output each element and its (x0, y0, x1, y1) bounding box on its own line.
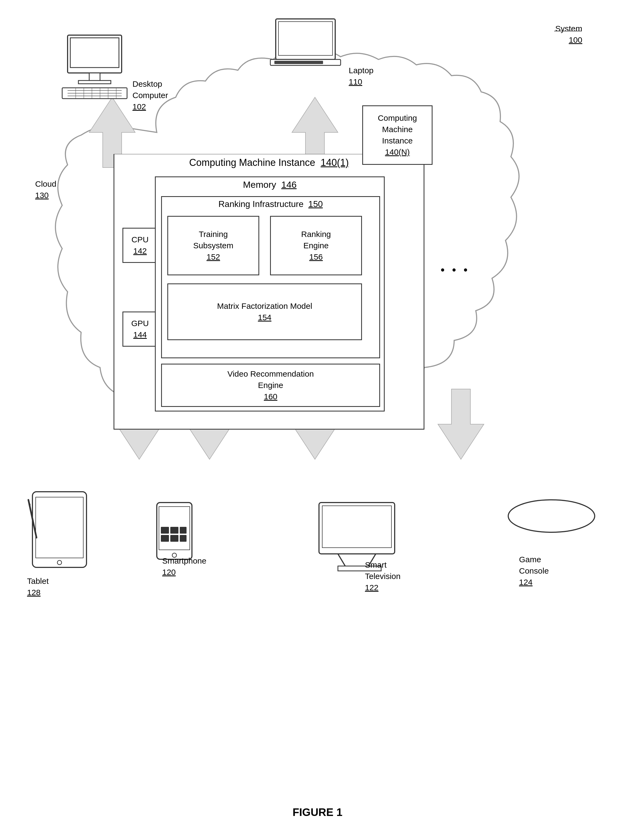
svg-rect-34 (36, 497, 83, 558)
gpu-box: GPU 144 (122, 311, 158, 347)
svg-rect-32 (180, 535, 187, 542)
svg-line-37 (29, 500, 30, 505)
computing-machine-instance: Computing Machine Instance 140(1) CPU 14… (114, 154, 424, 429)
svg-rect-21 (279, 22, 333, 55)
diagram: System 100 Desktop Computer 102 Laptop 1… (0, 0, 635, 840)
svg-rect-33 (32, 492, 87, 567)
desktop-label: Desktop Computer 102 (133, 78, 168, 112)
svg-rect-20 (276, 19, 335, 60)
training-subsystem: Training Subsystem 152 (167, 216, 259, 275)
tablet-label: Tablet 128 (27, 575, 49, 598)
memory-title: Memory 146 (156, 177, 384, 192)
svg-rect-38 (319, 502, 395, 554)
dots: • • • (441, 262, 470, 278)
cmi-n-box: Computing Machine Instance 140(N) (362, 105, 432, 165)
svg-rect-28 (170, 527, 179, 534)
svg-rect-8 (89, 73, 100, 81)
matrix-factorization: Matrix Factorization Model 154 (167, 283, 362, 340)
cpu-box: CPU 142 (122, 228, 158, 263)
svg-rect-30 (161, 535, 169, 542)
video-recommendation-engine: Video Recommendation Engine 160 (161, 364, 380, 407)
svg-rect-31 (170, 535, 179, 542)
svg-rect-23 (274, 61, 323, 64)
figure-caption: FIGURE 1 (0, 806, 635, 818)
bottom-right-arrow (438, 389, 484, 459)
svg-rect-27 (161, 527, 169, 534)
svg-rect-22 (270, 60, 340, 65)
svg-rect-25 (159, 507, 190, 550)
svg-rect-9 (78, 81, 111, 84)
svg-rect-7 (70, 38, 119, 68)
svg-rect-10 (62, 88, 127, 99)
svg-rect-24 (157, 502, 192, 559)
svg-point-35 (57, 561, 62, 565)
system-label: System 100 (555, 23, 582, 46)
ranking-infrastructure: Ranking Infrastructure 150 Training Subs… (161, 196, 380, 358)
smartphone-icon (157, 502, 192, 559)
svg-rect-6 (68, 35, 122, 73)
svg-rect-29 (180, 527, 187, 534)
ranking-engine: Ranking Engine 156 (270, 216, 362, 275)
tablet-icon (29, 492, 87, 567)
laptop-icon (270, 19, 340, 65)
svg-marker-5 (438, 389, 484, 459)
laptop-label: Laptop 110 (349, 65, 374, 88)
ranking-title: Ranking Infrastructure 150 (162, 197, 379, 211)
memory-box: Memory 146 Ranking Infrastructure 150 Tr… (155, 177, 385, 412)
cloud-label: Cloud 130 (35, 178, 56, 201)
smart-tv-label: Smart Television 122 (365, 559, 401, 593)
svg-point-41 (508, 500, 595, 532)
game-console-icon (508, 500, 595, 532)
game-console-label: Game Console 124 (519, 554, 549, 588)
desktop-icon (62, 35, 127, 99)
svg-line-36 (29, 500, 36, 538)
svg-rect-39 (322, 506, 391, 548)
smartphone-label: Smartphone 120 (162, 555, 206, 578)
